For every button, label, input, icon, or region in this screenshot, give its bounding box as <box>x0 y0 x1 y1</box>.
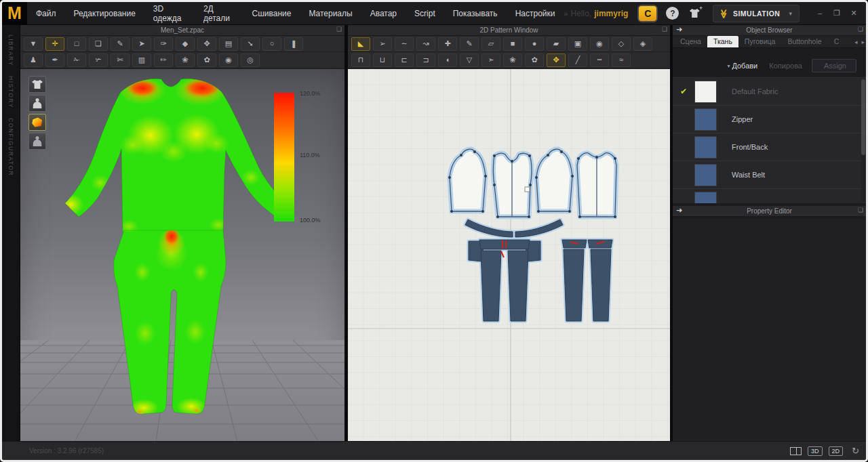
toggle-show-avatar[interactable] <box>28 95 46 112</box>
menu-item[interactable]: Редактирование <box>64 2 144 25</box>
collapse-panel-icon[interactable]: ➜ <box>676 25 682 34</box>
tool-rectangle[interactable]: ■ <box>503 37 522 51</box>
tool-transform-pattern[interactable]: ❏ <box>89 37 108 51</box>
menu-item[interactable]: Настройки <box>507 2 564 25</box>
fabric-item[interactable]: Zipper <box>673 106 866 133</box>
fabric-item[interactable]: Front/Back <box>673 133 866 161</box>
tool-tack-on-avatar[interactable]: ➘ <box>241 37 260 51</box>
tool-show-garment[interactable]: ▽ <box>460 54 479 67</box>
tool-pin[interactable]: ➤ <box>132 37 151 51</box>
2d-view-button[interactable]: 2D <box>829 446 844 456</box>
tab-more[interactable]: C <box>828 36 846 47</box>
tool-fabric-print-2d[interactable]: ❀ <box>503 54 522 67</box>
detach-panel-icon[interactable]: ❏ <box>858 26 863 33</box>
tool-segment-sewing[interactable]: ⊓ <box>351 54 370 67</box>
tool-arrangement-points[interactable]: ✥ <box>197 37 216 51</box>
tool-edit-curve-point[interactable]: ↝ <box>416 37 435 51</box>
tool-circle[interactable]: ● <box>525 37 544 51</box>
2d-pattern-canvas[interactable] <box>348 69 670 441</box>
menu-item[interactable]: Показывать <box>444 2 507 25</box>
restore-button[interactable]: ❐ <box>831 9 842 18</box>
tool-pattern-print[interactable]: ✿ <box>525 54 544 67</box>
fabric-scrollbar[interactable] <box>861 79 865 202</box>
copy-button[interactable]: Копирова <box>767 62 802 70</box>
tool-internal-circle[interactable]: ◉ <box>590 37 609 51</box>
close-button[interactable]: ✕ <box>848 9 859 18</box>
detach-panel-icon[interactable]: ❏ <box>858 207 863 213</box>
refresh-button[interactable]: ↻ <box>852 446 859 456</box>
tool-avatar-pose[interactable]: ♟ <box>24 54 43 67</box>
tool-buttonhole[interactable]: ◎ <box>241 54 260 67</box>
tool-internal-rectangle[interactable]: ▣ <box>568 37 587 51</box>
tool-multi-free-sewing[interactable]: ⊐ <box>416 54 435 67</box>
tool-button[interactable]: ◉ <box>219 54 238 67</box>
detach-panel-icon[interactable]: ❏ <box>662 26 667 33</box>
tool-add-point[interactable]: ✚ <box>438 37 457 51</box>
tool-polygon-pen[interactable]: ✎ <box>460 37 479 51</box>
tab-scene[interactable]: Сцена <box>674 36 707 47</box>
add-button[interactable]: ▾Добави <box>727 62 757 70</box>
tool-attach-to-avatar[interactable]: ✑ <box>154 37 173 51</box>
tool-elastic[interactable]: ≈ <box>612 54 631 67</box>
tool-edit-curvature[interactable]: ∼ <box>395 37 414 51</box>
tool-avatar-circumference-tape[interactable]: ✁ <box>67 54 86 67</box>
tool-transform-pattern-2d[interactable]: ◣ <box>351 37 370 51</box>
fabric-item[interactable]: ✔ Default Fabric <box>673 78 866 106</box>
tool-fit-garment[interactable]: ◆ <box>176 37 195 51</box>
collapse-panel-icon[interactable]: ➜ <box>676 206 682 215</box>
tool-garment-print[interactable]: ✿ <box>197 54 216 67</box>
tab-scroll-left-icon[interactable]: ◂ <box>854 39 858 45</box>
clo-cloud-icon[interactable]: C <box>637 5 658 22</box>
tool-fold-arrangement[interactable]: ▤ <box>219 37 238 51</box>
tool-avatar-linear-tape[interactable]: ✃ <box>89 54 108 67</box>
help-icon[interactable]: ? <box>666 7 679 20</box>
menu-item[interactable]: Сшивание <box>243 2 300 25</box>
tool-avatar-tape[interactable]: ✒ <box>45 54 64 67</box>
tool-simulate[interactable]: ▼ <box>24 37 43 51</box>
scrollbar-thumb[interactable] <box>861 79 865 155</box>
tab-history[interactable]: HISTORY <box>7 76 14 108</box>
tool-seam-steam[interactable]: ◖ <box>438 54 457 67</box>
tool-seam-angle[interactable]: ◈ <box>633 37 652 51</box>
tool-internal-polygon[interactable]: ▰ <box>547 37 566 51</box>
tool-avatar-remove-tape[interactable]: ✄ <box>111 54 130 67</box>
tab-configurator[interactable]: CONFIGURATOR <box>7 118 14 176</box>
tool-avatar-size[interactable]: ▥ <box>132 54 151 67</box>
menu-item[interactable]: Файл <box>27 2 65 25</box>
menu-item[interactable]: Материалы <box>300 2 361 25</box>
tool-grading[interactable]: ┅ <box>590 54 609 67</box>
tool-measure-3d[interactable]: ❚ <box>284 37 303 51</box>
simulation-button[interactable]: ≫ SIMULATION ▾ <box>713 5 800 22</box>
tool-select-move[interactable]: ✛ <box>45 37 64 51</box>
tool-select-rectangle[interactable]: □ <box>67 37 86 51</box>
menu-item[interactable]: Аватар <box>361 2 406 25</box>
tab-library[interactable]: LIBRARY <box>7 35 14 66</box>
toggle-stress-map[interactable] <box>28 114 46 131</box>
tool-stitch-brush[interactable]: ✏ <box>154 54 173 67</box>
tool-notch[interactable]: ╱ <box>568 54 587 67</box>
tool-free-sewing[interactable]: ⊔ <box>373 54 392 67</box>
assign-button[interactable]: Assign <box>812 59 856 72</box>
fabric-item[interactable] <box>673 189 866 203</box>
tab-scroll-right-icon[interactable]: ▸ <box>861 39 865 45</box>
tab-fabric[interactable]: Ткань <box>707 36 738 47</box>
tool-edit-pattern-3d[interactable]: ✎ <box>111 37 130 51</box>
menu-item[interactable]: 3D одежда <box>144 2 195 25</box>
menu-item[interactable]: 2Д детали <box>195 2 243 25</box>
tab-buttonhole[interactable]: Buttonhole <box>781 36 827 47</box>
3d-viewport[interactable]: 120.0% 110.0% 100.0% <box>20 69 344 441</box>
toggle-avatar-display[interactable] <box>28 133 46 150</box>
tool-fabric-print[interactable]: ❀ <box>176 54 195 67</box>
account-username[interactable]: jimmyrig <box>594 9 628 18</box>
tool-pin-2d[interactable]: ➣ <box>481 54 500 67</box>
menu-item[interactable]: Script <box>406 2 444 25</box>
tool-polygon[interactable]: ▱ <box>481 37 500 51</box>
tool-sync-arrangement[interactable]: ✥ <box>547 54 566 67</box>
minimize-button[interactable]: – <box>814 9 825 18</box>
tab-button[interactable]: Пуговица <box>738 36 782 47</box>
tool-select-lasso[interactable]: ○ <box>262 37 281 51</box>
tool-dart[interactable]: ◇ <box>612 37 631 51</box>
split-view-button[interactable] <box>790 447 802 455</box>
tool-multi-segment-sewing[interactable]: ⊏ <box>395 54 414 67</box>
3d-view-button[interactable]: 3D <box>808 446 823 456</box>
